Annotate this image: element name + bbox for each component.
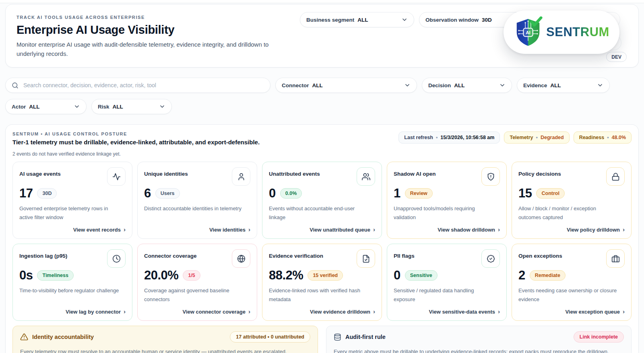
audit-card-title: Audit-first rule [345, 334, 386, 340]
link-incomplete-badge: Link incomplete [574, 331, 624, 343]
metric-icon-chip [107, 249, 126, 268]
lock-icon [611, 172, 620, 181]
shield-alert-icon [487, 172, 495, 181]
metric-card-connector-coverage: Connector coverage20.0%1/5Coverage again… [137, 244, 257, 321]
metric-description: Time-to-visibility before regulator chal… [19, 286, 119, 295]
metric-badge: 30D [37, 188, 57, 199]
metric-drilldown-link[interactable]: View policy drilldown› [518, 226, 625, 233]
metric-icon-chip [481, 249, 500, 268]
metric-badge: Timeliness [37, 270, 73, 281]
search-box[interactable] [5, 78, 270, 93]
metric-drilldown-link[interactable]: View sensitive-data events› [394, 308, 500, 315]
metric-description: Distinct accountable identities in telem… [144, 204, 244, 213]
metric-drilldown-link[interactable]: View identities› [144, 226, 250, 233]
chevron-down-icon [159, 103, 165, 110]
metric-card-shadow-ai-open: Shadow AI open1ReviewUnapproved tools/mo… [387, 162, 507, 239]
metric-value: 88.2% [269, 268, 303, 283]
chevron-right-icon: › [623, 308, 625, 315]
metric-value: 0 [394, 268, 400, 283]
risk-filter[interactable]: Risk ALL [91, 99, 172, 114]
risk-filter-value: ALL [113, 104, 123, 110]
globe-icon [237, 254, 246, 263]
metric-card-evidence-verification: Evidence verification88.2%15 verifiedEvi… [262, 244, 382, 321]
metric-drilldown-link[interactable]: View shadow drilldown› [394, 226, 500, 233]
evidence-filter[interactable]: Evidence ALL [517, 78, 610, 93]
activity-icon [112, 172, 121, 181]
metric-badge: Review [405, 188, 433, 199]
connector-filter-label: Connector [282, 82, 309, 88]
actor-filter-value: ALL [29, 104, 39, 110]
badge-check-icon [487, 254, 495, 263]
clock-icon [112, 254, 121, 263]
metric-card-open-exceptions: Open exceptions2RemediateEvents needing … [512, 244, 632, 321]
search-icon [12, 82, 19, 89]
metric-label: Shadow AI open [394, 171, 436, 177]
decision-filter-label: Decision [428, 82, 451, 88]
metric-label: PII flags [394, 253, 415, 259]
metric-label: Connector coverage [144, 253, 197, 259]
business-segment-label: Business segment [306, 17, 354, 23]
chevron-right-icon: › [623, 226, 625, 233]
metric-badge: 15 verified [308, 270, 343, 281]
metric-icon-chip [357, 249, 375, 268]
last-refresh-badge: Last refresh• 15/3/2026, 10:56:58 am [398, 131, 500, 144]
metric-icon-chip [107, 167, 126, 186]
brand-wordmark: SENTRUM [546, 25, 609, 39]
metric-drilldown-link[interactable]: View connector coverage› [144, 308, 250, 315]
file-check-icon [362, 254, 370, 263]
observation-window-value: 30D [482, 17, 492, 23]
metric-drilldown-link[interactable]: View evidence drilldown› [269, 308, 375, 315]
metric-card-grid: AI usage events1730DGoverned enterprise … [12, 162, 632, 321]
callout-grid: Identity accountability 17 attributed • … [12, 326, 632, 353]
telemetry-status-badge: Telemetry• Degraded [504, 131, 569, 144]
chevron-down-icon [74, 103, 80, 110]
metric-badge: 1/5 [183, 270, 200, 281]
actor-filter[interactable]: Actor ALL [5, 99, 87, 114]
metric-description: Coverage against governed baseline conne… [144, 286, 244, 304]
chevron-right-icon: › [498, 226, 500, 233]
metric-label: Evidence verification [269, 253, 323, 259]
warning-triangle-icon [20, 333, 28, 341]
chevron-right-icon: › [498, 308, 500, 315]
metric-badge: Control [536, 188, 564, 199]
search-input[interactable] [23, 82, 264, 89]
metric-icon-chip [606, 167, 625, 186]
business-segment-select[interactable]: Business segment ALL [300, 12, 414, 27]
metric-icon-chip [481, 167, 500, 186]
metric-drilldown-link[interactable]: View unattributed queue› [269, 226, 375, 233]
metric-description: Unapproved tools/models requiring valida… [394, 204, 493, 222]
chevron-down-icon [597, 82, 603, 88]
database-icon [334, 333, 341, 341]
svg-text:AI: AI [526, 30, 530, 35]
risk-filter-label: Risk [98, 104, 109, 110]
identity-card-text: Every telemetry row must resolve to an a… [20, 348, 310, 353]
evidence-filter-label: Evidence [523, 82, 547, 88]
metric-label: Ingestion lag (p95) [19, 253, 67, 259]
metric-icon-chip [232, 249, 250, 268]
metric-value: 17 [19, 186, 33, 201]
metric-badge: Users [155, 188, 180, 199]
business-segment-value: ALL [357, 17, 368, 23]
filter-row-2: Actor ALL Risk ALL [5, 99, 639, 114]
metric-label: AI usage events [19, 171, 61, 177]
observation-window-label: Observation window [425, 17, 479, 23]
metric-drilldown-link[interactable]: View lag by connector› [19, 308, 126, 315]
metric-badge: 0.0% [280, 188, 302, 199]
metric-label: Policy decisions [518, 171, 561, 177]
connector-filter[interactable]: Connector ALL [275, 78, 417, 93]
environment-badge: DEV [606, 52, 627, 62]
metric-drilldown-link[interactable]: View exception queue› [518, 308, 625, 315]
chevron-right-icon: › [124, 308, 126, 315]
decision-filter[interactable]: Decision ALL [422, 78, 512, 93]
chevron-down-icon [404, 82, 411, 88]
metric-value: 0 [269, 186, 276, 201]
metric-description: Events without accountable end-user link… [269, 204, 369, 222]
chevron-right-icon: › [373, 308, 375, 315]
metric-badge: Sensitive [405, 270, 438, 281]
metric-drilldown-link[interactable]: View event records› [19, 226, 126, 233]
metric-icon-chip [232, 167, 250, 186]
brand-logo: AI SENTRUM [504, 10, 619, 54]
chevron-right-icon: › [248, 308, 250, 315]
filter-row-1: Connector ALL Decision ALL Evidence ALL [5, 78, 639, 93]
metric-card-pii-flags: PII flags0SensitiveSensitive / regulated… [387, 244, 507, 321]
